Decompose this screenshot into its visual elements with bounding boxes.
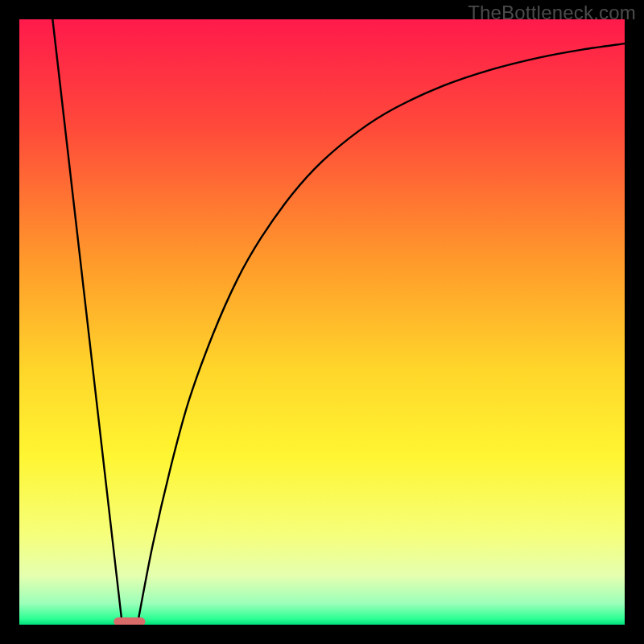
plot-frame <box>19 19 625 625</box>
curve-right-branch <box>138 43 625 625</box>
chart-curves <box>19 19 625 625</box>
bottleneck-marker <box>114 617 145 625</box>
watermark-text: TheBottleneck.com <box>468 2 636 24</box>
curve-left-branch <box>52 19 122 625</box>
